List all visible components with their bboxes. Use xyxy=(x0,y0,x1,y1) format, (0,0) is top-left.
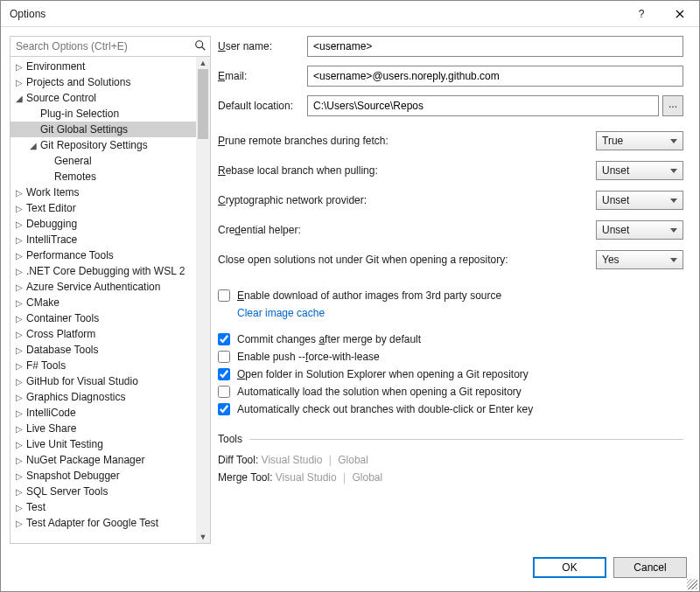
chevron-right-icon[interactable]: ▷ xyxy=(14,424,24,434)
tree-item[interactable]: ▷Database Tools xyxy=(10,342,196,358)
chevron-right-icon[interactable]: ▷ xyxy=(14,78,24,87)
tree-item-label: Test xyxy=(26,501,46,513)
tree-item[interactable]: ▷Performance Tools xyxy=(10,247,196,263)
chevron-right-icon[interactable]: ▷ xyxy=(14,235,24,245)
tree-item[interactable]: ▷IntelliTrace xyxy=(10,232,196,247)
tree-item[interactable]: ▷CMake xyxy=(10,295,196,310)
username-input[interactable] xyxy=(307,36,683,57)
browse-button[interactable]: ... xyxy=(662,95,683,116)
tree-item[interactable]: ▷Test xyxy=(10,499,196,515)
merge-tool-global-option[interactable]: Global xyxy=(352,471,382,484)
chevron-right-icon[interactable]: ▷ xyxy=(14,219,24,229)
cred-label: Credential helper: xyxy=(218,224,596,236)
clear-image-cache-link[interactable]: Clear image cache xyxy=(237,307,325,319)
chevron-right-icon[interactable]: ▷ xyxy=(14,188,24,198)
options-tree[interactable]: ▷Environment▷Projects and Solutions◢Sour… xyxy=(10,57,196,543)
tree-item[interactable]: ▷Live Share xyxy=(10,421,196,436)
tree-item-label: Snapshot Debugger xyxy=(26,470,120,482)
tree-item[interactable]: Git Global Settings xyxy=(10,122,196,137)
options-sidebar: ▷Environment▷Projects and Solutions◢Sour… xyxy=(10,36,211,544)
diff-tool-global-option[interactable]: Global xyxy=(338,454,368,466)
tree-item[interactable]: ▷Text Editor xyxy=(10,200,196,216)
tree-item[interactable]: ◢Source Control xyxy=(10,90,196,106)
auto-checkout-checkbox[interactable] xyxy=(218,403,230,415)
force-with-lease-checkbox[interactable] xyxy=(218,351,230,363)
chevron-right-icon[interactable]: ▷ xyxy=(14,282,24,292)
resize-grip-icon[interactable] xyxy=(687,579,697,589)
close-button[interactable] xyxy=(661,1,699,27)
chevron-right-icon[interactable]: ▷ xyxy=(14,456,24,465)
help-button[interactable]: ? xyxy=(622,1,661,27)
chevron-down-icon[interactable]: ◢ xyxy=(28,141,38,150)
enable-download-checkbox[interactable] xyxy=(218,289,230,302)
prune-dropdown[interactable]: True xyxy=(596,131,683,150)
tree-item-label: Performance Tools xyxy=(26,249,114,261)
location-label: Default location: xyxy=(218,100,307,112)
ok-button[interactable]: OK xyxy=(533,557,606,578)
main-panel: User name: Email: Default location: ... … xyxy=(218,36,690,544)
tree-item[interactable]: General xyxy=(10,153,196,169)
chevron-right-icon[interactable]: ▷ xyxy=(14,471,24,481)
email-input[interactable] xyxy=(307,66,683,87)
tree-item[interactable]: ▷Projects and Solutions xyxy=(10,74,196,90)
chevron-right-icon[interactable]: ▷ xyxy=(14,251,24,261)
chevron-right-icon[interactable]: ▷ xyxy=(14,267,24,276)
scrollbar-thumb[interactable] xyxy=(198,69,208,139)
chevron-right-icon[interactable]: ▷ xyxy=(14,361,24,371)
open-folder-label: Open folder in Solution Explorer when op… xyxy=(237,368,528,380)
scroll-up-icon[interactable]: ▲ xyxy=(196,57,210,69)
tree-item[interactable]: ▷F# Tools xyxy=(10,358,196,373)
tree-item[interactable]: ▷Azure Service Authentication xyxy=(10,279,196,295)
open-folder-checkbox[interactable] xyxy=(218,368,230,380)
chevron-right-icon[interactable]: ▷ xyxy=(14,345,24,355)
tree-item[interactable]: ◢Git Repository Settings xyxy=(10,137,196,153)
chevron-right-icon[interactable]: ▷ xyxy=(14,298,24,308)
auto-load-checkbox[interactable] xyxy=(218,386,230,398)
chevron-right-icon[interactable]: ▷ xyxy=(14,377,24,387)
chevron-right-icon[interactable]: ▷ xyxy=(14,487,24,497)
tree-item[interactable]: ▷NuGet Package Manager xyxy=(10,452,196,468)
tree-item[interactable]: ▷Debugging xyxy=(10,216,196,232)
search-input[interactable] xyxy=(10,37,210,56)
tree-item-label: Source Control xyxy=(26,92,96,104)
chevron-right-icon[interactable]: ▷ xyxy=(14,519,24,528)
commit-after-merge-checkbox[interactable] xyxy=(218,333,230,345)
diff-tool-vs-option[interactable]: Visual Studio xyxy=(262,454,323,466)
chevron-right-icon[interactable]: ▷ xyxy=(14,440,24,449)
tree-item-label: Work Items xyxy=(26,186,79,198)
merge-tool-vs-option[interactable]: Visual Studio xyxy=(276,471,337,484)
tree-item[interactable]: Plug-in Selection xyxy=(10,106,196,122)
cancel-button[interactable]: Cancel xyxy=(613,557,687,578)
tree-item[interactable]: ▷IntelliCode xyxy=(10,405,196,421)
chevron-right-icon[interactable]: ▷ xyxy=(14,62,24,72)
cred-dropdown[interactable]: Unset xyxy=(596,220,683,240)
location-input[interactable] xyxy=(307,95,659,116)
chevron-right-icon[interactable]: ▷ xyxy=(14,330,24,339)
scroll-down-icon[interactable]: ▼ xyxy=(196,531,210,543)
section-divider xyxy=(249,439,683,440)
tree-item[interactable]: Remotes xyxy=(10,169,196,185)
tree-item[interactable]: ▷Container Tools xyxy=(10,310,196,326)
tree-item[interactable]: ▷.NET Core Debugging with WSL 2 xyxy=(10,263,196,279)
tree-item-label: Projects and Solutions xyxy=(26,76,130,88)
tree-item[interactable]: ▷Live Unit Testing xyxy=(10,436,196,452)
tree-scrollbar[interactable]: ▲ ▼ xyxy=(196,57,210,543)
tree-item[interactable]: ▷Snapshot Debugger xyxy=(10,468,196,484)
tree-item-label: IntelliTrace xyxy=(26,233,77,246)
tree-item[interactable]: ▷Environment xyxy=(10,59,196,74)
tree-item[interactable]: ▷Cross Platform xyxy=(10,326,196,342)
tree-item[interactable]: ▷Test Adapter for Google Test xyxy=(10,515,196,531)
crypto-dropdown[interactable]: Unset xyxy=(596,191,683,210)
tree-item[interactable]: ▷Work Items xyxy=(10,185,196,200)
chevron-right-icon[interactable]: ▷ xyxy=(14,393,24,402)
rebase-dropdown[interactable]: Unset xyxy=(596,161,683,180)
chevron-down-icon[interactable]: ◢ xyxy=(14,94,24,103)
chevron-right-icon[interactable]: ▷ xyxy=(14,408,24,418)
closeopen-dropdown[interactable]: Yes xyxy=(596,250,683,269)
tree-item[interactable]: ▷SQL Server Tools xyxy=(10,484,196,499)
tree-item[interactable]: ▷GitHub for Visual Studio xyxy=(10,373,196,389)
tree-item[interactable]: ▷Graphics Diagnostics xyxy=(10,389,196,405)
chevron-right-icon[interactable]: ▷ xyxy=(14,314,24,324)
chevron-right-icon[interactable]: ▷ xyxy=(14,204,24,213)
chevron-right-icon[interactable]: ▷ xyxy=(14,503,24,512)
